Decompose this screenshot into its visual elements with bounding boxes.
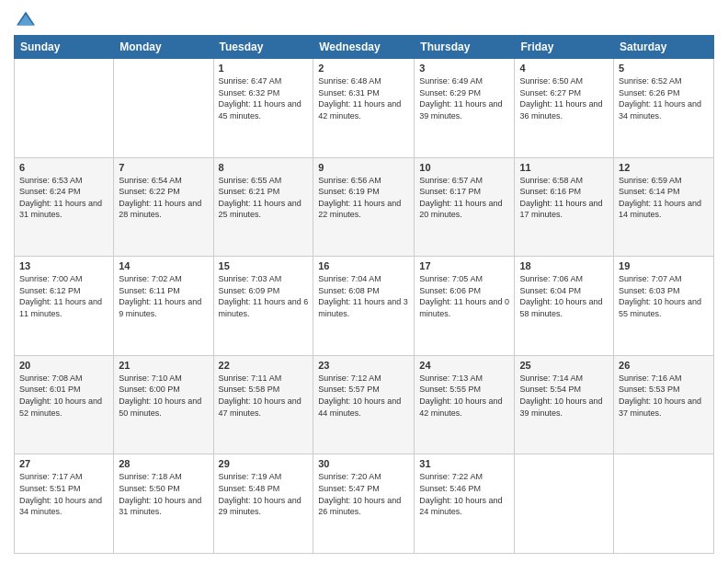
day-info: Sunrise: 7:10 AMSunset: 6:00 PMDaylight:… [119,373,201,418]
calendar-cell: 15 Sunrise: 7:03 AMSunset: 6:09 PMDaylig… [213,257,313,356]
calendar-cell: 30 Sunrise: 7:20 AMSunset: 5:47 PMDaylig… [313,454,415,554]
calendar-cell: 4 Sunrise: 6:50 AMSunset: 6:27 PMDayligh… [515,59,614,158]
week-row-5: 27 Sunrise: 7:17 AMSunset: 5:51 PMDaylig… [15,454,714,554]
calendar-cell: 8 Sunrise: 6:55 AMSunset: 6:21 PMDayligh… [213,157,313,257]
logo-icon [17,9,35,28]
calendar-cell: 17 Sunrise: 7:05 AMSunset: 6:06 PMDaylig… [415,257,515,356]
calendar-table: SundayMondayTuesdayWednesdayThursdayFrid… [14,35,714,554]
day-info: Sunrise: 7:07 AMSunset: 6:03 PMDaylight:… [619,274,701,318]
day-number: 29 [219,458,309,469]
calendar-cell: 7 Sunrise: 6:54 AMSunset: 6:22 PMDayligh… [114,157,213,257]
calendar-cell: 14 Sunrise: 7:02 AMSunset: 6:11 PMDaylig… [114,257,213,356]
day-info: Sunrise: 7:05 AMSunset: 6:06 PMDaylight:… [419,274,509,318]
day-info: Sunrise: 7:02 AMSunset: 6:11 PMDaylight:… [119,274,201,318]
day-info: Sunrise: 6:48 AMSunset: 6:31 PMDaylight:… [318,76,401,121]
day-info: Sunrise: 7:14 AMSunset: 5:54 PMDaylight:… [519,373,602,418]
day-info: Sunrise: 7:04 AMSunset: 6:08 PMDaylight:… [318,274,408,318]
day-number: 5 [619,63,709,74]
day-number: 11 [519,162,609,173]
calendar-cell: 10 Sunrise: 6:57 AMSunset: 6:17 PMDaylig… [415,157,515,257]
calendar-cell: 27 Sunrise: 7:17 AMSunset: 5:51 PMDaylig… [15,454,114,554]
day-number: 6 [19,162,108,173]
calendar-cell [15,59,114,158]
day-info: Sunrise: 6:57 AMSunset: 6:17 PMDaylight:… [419,176,502,220]
day-number: 27 [19,458,108,469]
day-number: 2 [318,63,409,74]
weekday-header-saturday: Saturday [614,36,714,59]
day-number: 1 [219,63,309,74]
weekday-header-monday: Monday [114,36,213,59]
week-row-4: 20 Sunrise: 7:08 AMSunset: 6:01 PMDaylig… [15,355,714,454]
day-info: Sunrise: 6:50 AMSunset: 6:27 PMDaylight:… [519,76,602,121]
day-number: 23 [318,360,409,371]
day-number: 8 [219,162,309,173]
calendar-cell: 3 Sunrise: 6:49 AMSunset: 6:29 PMDayligh… [415,59,515,158]
calendar-cell: 5 Sunrise: 6:52 AMSunset: 6:26 PMDayligh… [614,59,714,158]
day-info: Sunrise: 6:49 AMSunset: 6:29 PMDaylight:… [419,76,502,121]
weekday-header-friday: Friday [515,36,614,59]
day-number: 21 [119,360,208,371]
day-number: 20 [19,360,108,371]
day-number: 10 [419,162,509,173]
day-number: 3 [419,63,509,74]
logo-area [14,9,38,28]
calendar-cell: 20 Sunrise: 7:08 AMSunset: 6:01 PMDaylig… [15,355,114,454]
day-info: Sunrise: 7:12 AMSunset: 5:57 PMDaylight:… [318,373,401,418]
calendar-cell: 2 Sunrise: 6:48 AMSunset: 6:31 PMDayligh… [313,59,415,158]
day-number: 19 [619,260,709,271]
calendar-cell: 29 Sunrise: 7:19 AMSunset: 5:48 PMDaylig… [213,454,313,554]
page: SundayMondayTuesdayWednesdayThursdayFrid… [0,0,728,563]
day-number: 26 [619,360,709,371]
day-number: 14 [119,260,208,271]
day-info: Sunrise: 7:18 AMSunset: 5:50 PMDaylight:… [119,472,201,516]
day-info: Sunrise: 6:54 AMSunset: 6:22 PMDaylight:… [119,176,201,220]
calendar-cell [515,454,614,554]
calendar-cell: 24 Sunrise: 7:13 AMSunset: 5:55 PMDaylig… [415,355,515,454]
weekday-header-row: SundayMondayTuesdayWednesdayThursdayFrid… [15,36,714,59]
calendar-cell: 16 Sunrise: 7:04 AMSunset: 6:08 PMDaylig… [313,257,415,356]
weekday-header-tuesday: Tuesday [213,36,313,59]
calendar-cell: 31 Sunrise: 7:22 AMSunset: 5:46 PMDaylig… [415,454,515,554]
day-info: Sunrise: 6:56 AMSunset: 6:19 PMDaylight:… [318,176,401,220]
day-info: Sunrise: 7:19 AMSunset: 5:48 PMDaylight:… [219,472,301,516]
day-info: Sunrise: 7:16 AMSunset: 5:53 PMDaylight:… [619,373,701,418]
day-number: 16 [318,260,409,271]
calendar-cell: 26 Sunrise: 7:16 AMSunset: 5:53 PMDaylig… [614,355,714,454]
week-row-2: 6 Sunrise: 6:53 AMSunset: 6:24 PMDayligh… [15,157,714,257]
day-number: 7 [119,162,208,173]
calendar-cell: 12 Sunrise: 6:59 AMSunset: 6:14 PMDaylig… [614,157,714,257]
calendar-cell: 13 Sunrise: 7:00 AMSunset: 6:12 PMDaylig… [15,257,114,356]
day-info: Sunrise: 7:22 AMSunset: 5:46 PMDaylight:… [419,472,502,516]
calendar-cell: 25 Sunrise: 7:14 AMSunset: 5:54 PMDaylig… [515,355,614,454]
weekday-header-thursday: Thursday [415,36,515,59]
day-info: Sunrise: 6:55 AMSunset: 6:21 PMDaylight:… [219,176,301,220]
day-info: Sunrise: 6:52 AMSunset: 6:26 PMDaylight:… [619,76,701,121]
calendar-cell [114,59,213,158]
day-info: Sunrise: 7:08 AMSunset: 6:01 PMDaylight:… [19,373,102,418]
header [14,9,714,28]
calendar-cell: 21 Sunrise: 7:10 AMSunset: 6:00 PMDaylig… [114,355,213,454]
day-info: Sunrise: 6:47 AMSunset: 6:32 PMDaylight:… [219,76,301,121]
day-number: 30 [318,458,409,469]
weekday-header-sunday: Sunday [15,36,114,59]
logo [14,9,38,28]
day-info: Sunrise: 7:17 AMSunset: 5:51 PMDaylight:… [19,472,102,516]
day-number: 12 [619,162,709,173]
day-number: 22 [219,360,309,371]
calendar-cell: 18 Sunrise: 7:06 AMSunset: 6:04 PMDaylig… [515,257,614,356]
day-info: Sunrise: 6:53 AMSunset: 6:24 PMDaylight:… [19,176,102,220]
weekday-header-wednesday: Wednesday [313,36,415,59]
day-number: 24 [419,360,509,371]
day-number: 9 [318,162,409,173]
day-number: 28 [119,458,208,469]
calendar-cell: 11 Sunrise: 6:58 AMSunset: 6:16 PMDaylig… [515,157,614,257]
day-info: Sunrise: 6:59 AMSunset: 6:14 PMDaylight:… [619,176,701,220]
calendar-cell: 23 Sunrise: 7:12 AMSunset: 5:57 PMDaylig… [313,355,415,454]
day-number: 25 [519,360,609,371]
day-info: Sunrise: 6:58 AMSunset: 6:16 PMDaylight:… [519,176,602,220]
calendar-cell [614,454,714,554]
day-number: 13 [19,260,108,271]
calendar-cell: 28 Sunrise: 7:18 AMSunset: 5:50 PMDaylig… [114,454,213,554]
calendar-cell: 6 Sunrise: 6:53 AMSunset: 6:24 PMDayligh… [15,157,114,257]
calendar-cell: 9 Sunrise: 6:56 AMSunset: 6:19 PMDayligh… [313,157,415,257]
